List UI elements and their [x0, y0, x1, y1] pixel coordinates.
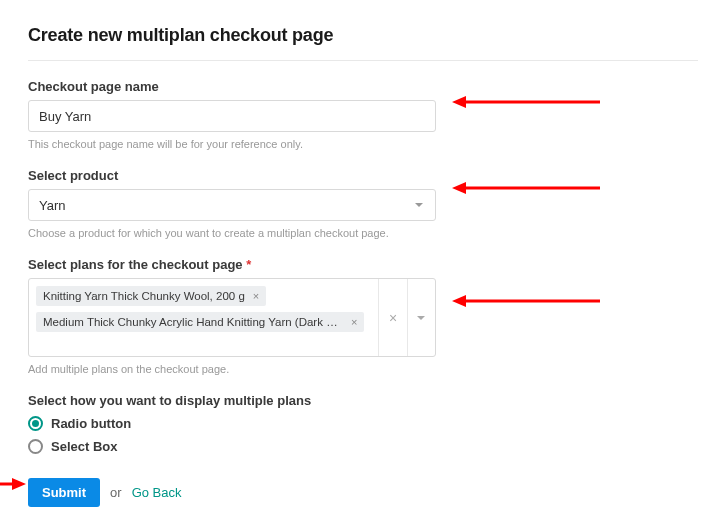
product-label: Select product — [28, 168, 698, 183]
checkout-name-help: This checkout page name will be for your… — [28, 138, 698, 150]
plan-chip: Knitting Yarn Thick Chunky Wool, 200 g × — [36, 286, 266, 306]
chip-remove-icon[interactable]: × — [351, 316, 357, 328]
page-title: Create new multiplan checkout page — [28, 25, 698, 46]
divider — [28, 60, 698, 61]
field-plans: Select plans for the checkout page * Kni… — [28, 257, 698, 375]
radio-option-select-box[interactable]: Select Box — [28, 439, 698, 454]
product-select-value: Yarn — [39, 198, 415, 213]
chip-remove-icon[interactable]: × — [253, 290, 259, 302]
display-mode-label: Select how you want to display multiple … — [28, 393, 698, 408]
multiselect-expand-button[interactable] — [407, 279, 435, 356]
chevron-down-icon — [417, 316, 425, 320]
plan-chip-label: Medium Thick Chunky Acrylic Hand Knittin… — [43, 316, 343, 328]
required-asterisk: * — [246, 257, 251, 272]
checkout-name-label: Checkout page name — [28, 79, 698, 94]
field-display-mode: Select how you want to display multiple … — [28, 393, 698, 454]
or-text: or — [110, 485, 122, 500]
form-footer: Submit or Go Back — [28, 478, 698, 507]
plan-chip-label: Knitting Yarn Thick Chunky Wool, 200 g — [43, 290, 245, 302]
radio-icon-unchecked — [28, 439, 43, 454]
plans-multiselect[interactable]: Knitting Yarn Thick Chunky Wool, 200 g ×… — [28, 278, 436, 357]
chevron-down-icon — [415, 203, 423, 207]
field-checkout-name: Checkout page name This checkout page na… — [28, 79, 698, 150]
product-help: Choose a product for which you want to c… — [28, 227, 698, 239]
radio-option-radio-button[interactable]: Radio button — [28, 416, 698, 431]
svg-marker-7 — [12, 478, 26, 490]
plans-chips-container: Knitting Yarn Thick Chunky Wool, 200 g ×… — [29, 279, 378, 356]
radio-label: Radio button — [51, 416, 131, 431]
annotation-arrow — [0, 476, 26, 492]
radio-label: Select Box — [51, 439, 117, 454]
multiselect-clear-button[interactable]: × — [379, 279, 407, 356]
product-select[interactable]: Yarn — [28, 189, 436, 221]
field-product: Select product Yarn Choose a product for… — [28, 168, 698, 239]
plan-chip: Medium Thick Chunky Acrylic Hand Knittin… — [36, 312, 364, 332]
plans-help: Add multiple plans on the checkout page. — [28, 363, 698, 375]
go-back-link[interactable]: Go Back — [132, 485, 182, 500]
checkout-name-input[interactable] — [28, 100, 436, 132]
close-icon: × — [389, 311, 397, 325]
radio-icon-checked — [28, 416, 43, 431]
plans-label: Select plans for the checkout page * — [28, 257, 698, 272]
multiselect-controls: × — [378, 279, 435, 356]
submit-button[interactable]: Submit — [28, 478, 100, 507]
